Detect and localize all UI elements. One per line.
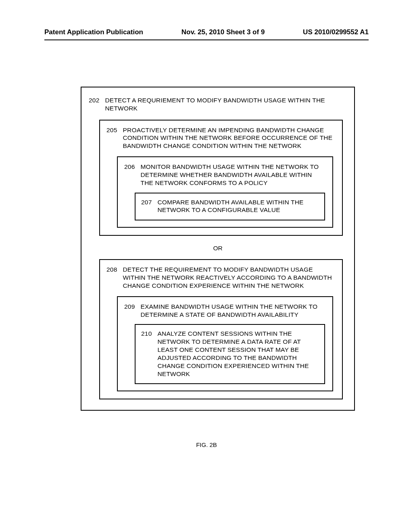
step-205-number: 205 <box>106 126 123 150</box>
figure-caption: FIG. 2B <box>0 441 413 448</box>
step-205-text: PROACTIVELY DETERMINE AN IMPENDING BANDW… <box>123 126 336 150</box>
or-divider: OR <box>89 245 347 252</box>
step-209-number: 209 <box>124 303 140 319</box>
step-209-box: 209 EXAMINE BANDWIDTH USAGE WITHIN THE N… <box>117 296 333 392</box>
header-left: Patent Application Publication <box>44 28 143 36</box>
step-207-text: COMPARE BANDWIDTH AVAILABLE WITHIN THE N… <box>157 198 319 214</box>
step-208-number: 208 <box>106 266 123 289</box>
step-206-text: MONITOR BANDWIDTH USAGE WITHIN THE NETWO… <box>140 163 326 187</box>
step-210-box: 210 ANALYZE CONTENT SESSIONS WITHIN THE … <box>135 324 325 384</box>
step-209-text: EXAMINE BANDWIDTH USAGE WITHIN THE NETWO… <box>140 303 326 319</box>
header-center: Nov. 25, 2010 Sheet 3 of 9 <box>181 28 265 36</box>
step-202-number: 202 <box>89 96 105 112</box>
header-right: US 2010/0299552 A1 <box>303 28 369 36</box>
step-210-text: ANALYZE CONTENT SESSIONS WITHIN THE NETW… <box>157 330 319 378</box>
step-205-box: 205 PROACTIVELY DETERMINE AN IMPENDING B… <box>99 120 343 236</box>
step-208-text: DETECT THE REQUIREMENT TO MODIFY BANDWID… <box>123 266 336 289</box>
header-divider <box>44 39 369 40</box>
step-202: 202 DETECT A REQURIEMENT TO MODIFY BANDW… <box>89 96 347 112</box>
step-207-number: 207 <box>141 198 157 214</box>
step-202-text: DETECT A REQURIEMENT TO MODIFY BANDWIDTH… <box>105 96 347 112</box>
step-208-box: 208 DETECT THE REQUIREMENT TO MODIFY BAN… <box>99 259 343 399</box>
step-206-box: 206 MONITOR BANDWIDTH USAGE WITHIN THE N… <box>117 156 333 228</box>
step-206-number: 206 <box>124 163 140 187</box>
step-207-box: 207 COMPARE BANDWIDTH AVAILABLE WITHIN T… <box>135 193 325 221</box>
page-header: Patent Application Publication Nov. 25, … <box>0 28 413 39</box>
flowchart-container: 202 DETECT A REQURIEMENT TO MODIFY BANDW… <box>81 87 355 411</box>
step-210-number: 210 <box>141 330 157 378</box>
